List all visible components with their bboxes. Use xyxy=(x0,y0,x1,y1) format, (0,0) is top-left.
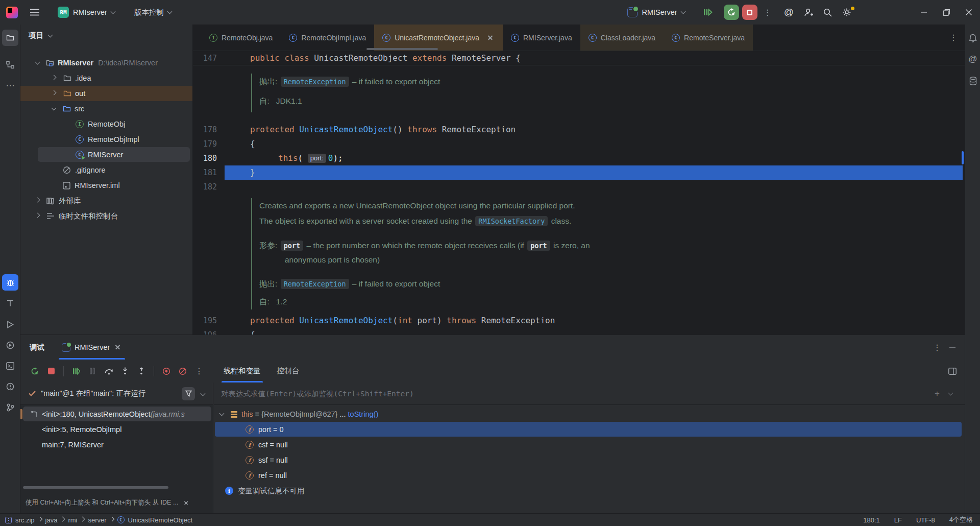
evaluate-expression-input[interactable] xyxy=(221,390,935,398)
rerun-debug-button[interactable] xyxy=(28,364,42,378)
variable-row[interactable]: f csf = null xyxy=(214,437,965,452)
ai-assistant-button[interactable]: @ xyxy=(779,4,799,21)
project-tool-button[interactable] xyxy=(2,30,18,46)
debug-options-button[interactable]: ⋮ xyxy=(933,343,941,352)
step-out-button[interactable] xyxy=(134,364,149,378)
tree-item-scratches[interactable]: 临时文件和控制台 xyxy=(20,208,192,224)
chevron-down-icon[interactable] xyxy=(948,390,953,395)
code-editor[interactable]: 147 public class UnicastRemoteObject ext… xyxy=(193,51,965,334)
breadcrumb-rmi[interactable]: rmi xyxy=(68,516,77,524)
todo-tool-button[interactable] xyxy=(2,295,18,312)
pause-button[interactable] xyxy=(85,364,100,378)
dismiss-hint-button[interactable] xyxy=(183,499,190,506)
tree-item-remoteobjimpl[interactable]: C RemoteObjImpl xyxy=(20,132,192,147)
problems-tool-button[interactable] xyxy=(2,378,18,395)
filter-frames-button[interactable] xyxy=(182,387,195,400)
database-tool-button[interactable] xyxy=(965,73,980,89)
code-with-me-button[interactable] xyxy=(799,4,818,21)
debug-button[interactable] xyxy=(698,4,718,21)
frame-row[interactable]: main:7, RMIServer xyxy=(20,437,213,452)
chevron-down-icon[interactable] xyxy=(219,411,225,416)
variable-row[interactable]: f ssf = null xyxy=(214,452,965,468)
tree-item-external-libraries[interactable]: 外部库 xyxy=(20,193,192,208)
tab-remoteserver[interactable]: C RemoteServer.java xyxy=(664,25,753,51)
tab-scrollbar-thumb[interactable] xyxy=(366,48,438,50)
doc-code-chip[interactable]: RemoteException xyxy=(281,77,349,87)
git-tool-button[interactable] xyxy=(2,399,18,416)
frame-row-selected[interactable]: <init>:180, UnicastRemoteObject (java.rm… xyxy=(20,407,213,422)
minimize-button[interactable] xyxy=(913,0,935,25)
thread-selector-row[interactable]: "main"@1 在组"main": 正在运行 xyxy=(20,382,213,405)
close-session-button[interactable] xyxy=(114,343,122,351)
mute-breakpoints-button[interactable] xyxy=(176,364,190,378)
tree-item-iml[interactable]: RMIserver.iml xyxy=(20,178,192,193)
module-file-icon xyxy=(63,182,70,189)
caret-position[interactable]: 180:1 xyxy=(863,516,880,524)
variable-row-port-selected[interactable]: f port = 0 xyxy=(214,422,965,437)
terminal-tool-button[interactable] xyxy=(2,357,18,374)
more-actions-button[interactable]: ⋮ xyxy=(764,8,772,17)
tree-item-gitignore[interactable]: .gitignore xyxy=(20,162,192,178)
line-separator[interactable]: LF xyxy=(894,516,902,524)
breadcrumb-class[interactable]: C UnicastRemoteObject xyxy=(117,516,192,524)
run-tool-button[interactable] xyxy=(2,316,18,332)
stop-button[interactable] xyxy=(742,5,757,20)
field-icon: f xyxy=(246,425,254,434)
tree-item-out[interactable]: out xyxy=(20,86,192,101)
settings-button[interactable] xyxy=(837,4,856,21)
structure-tool-button[interactable] xyxy=(2,57,18,73)
add-watch-icon[interactable]: + xyxy=(935,389,940,399)
horizontal-scrollbar-thumb[interactable] xyxy=(23,486,168,489)
breadcrumb-java[interactable]: java xyxy=(45,516,58,524)
debug-window-title[interactable]: 调试 xyxy=(30,343,44,352)
tab-options-button[interactable]: ⋮ xyxy=(942,33,965,42)
layout-settings-button[interactable] xyxy=(948,368,957,375)
debug-tool-button[interactable] xyxy=(2,274,18,291)
vcs-widget-button[interactable]: 版本控制 xyxy=(129,4,177,21)
services-tool-button[interactable] xyxy=(2,337,18,353)
more-tool-windows-button[interactable]: ⋯ xyxy=(2,77,18,93)
rerun-debug-button[interactable] xyxy=(724,5,739,20)
tab-remoteobjimpl[interactable]: C RemoteObjImpl.java xyxy=(281,25,374,51)
tree-item-rmiserver[interactable]: C RMIServer xyxy=(20,147,192,162)
main-menu-button[interactable] xyxy=(25,4,44,21)
tostring-link[interactable]: toString() xyxy=(348,410,379,418)
tab-console[interactable]: 控制台 xyxy=(270,360,307,382)
run-config-selector[interactable]: RMIServer xyxy=(622,4,690,21)
tab-unicastremoteobject[interactable]: C UnicastRemoteObject.java xyxy=(374,25,503,51)
tab-classloader[interactable]: C ClassLoader.java xyxy=(580,25,664,51)
debug-session-tab[interactable]: RMIServer xyxy=(56,335,128,360)
tab-remoteobj[interactable]: I RemoteObj.java xyxy=(201,25,281,51)
project-panel-header[interactable]: 项目 xyxy=(29,31,52,40)
tree-item-src[interactable]: src xyxy=(20,101,192,116)
search-everywhere-button[interactable] xyxy=(818,4,837,21)
variable-row[interactable]: f ref = null xyxy=(214,468,965,483)
stop-process-button[interactable] xyxy=(44,364,58,378)
close-button[interactable] xyxy=(958,0,980,25)
project-widget-button[interactable]: RM RMIserver xyxy=(53,4,120,21)
restore-button[interactable] xyxy=(935,0,958,25)
frame-row[interactable]: <init>:5, RemoteObjImpl xyxy=(20,422,213,437)
tree-item-remoteobj[interactable]: I RemoteObj xyxy=(20,116,192,132)
notifications-button[interactable] xyxy=(965,30,980,46)
tree-item-idea[interactable]: .idea xyxy=(20,70,192,86)
view-breakpoints-button[interactable] xyxy=(159,364,174,378)
file-encoding[interactable]: UTF-8 xyxy=(916,516,935,524)
tree-item-root[interactable]: RMIserver D:\idea\RMIserver xyxy=(20,55,192,70)
more-debug-actions-button[interactable]: ⋮ xyxy=(192,364,206,378)
tab-threads-variables[interactable]: 线程和变量 xyxy=(216,360,268,382)
tab-rmiserver[interactable]: C RMIServer.java xyxy=(503,25,580,51)
hide-tool-window-button[interactable] xyxy=(949,347,955,348)
step-over-button[interactable] xyxy=(102,364,116,378)
doc-code-chip[interactable]: RMISocketFactory xyxy=(475,216,548,226)
indent-style[interactable]: 4个空格 xyxy=(949,515,973,524)
step-into-button[interactable] xyxy=(118,364,132,378)
breadcrumb-server[interactable]: server xyxy=(88,516,106,524)
resume-button[interactable] xyxy=(69,364,83,378)
scrollbar-current-line-marker[interactable] xyxy=(962,151,964,164)
breadcrumb-srczip[interactable]: src.zip xyxy=(5,516,35,524)
doc-code-chip[interactable]: RemoteException xyxy=(281,279,349,289)
close-tab-button[interactable] xyxy=(486,34,495,42)
ai-assistant-tool-button[interactable]: @ xyxy=(965,51,980,67)
variable-row-this[interactable]: this = {RemoteObjImpl@627} ... toString(… xyxy=(214,407,965,422)
